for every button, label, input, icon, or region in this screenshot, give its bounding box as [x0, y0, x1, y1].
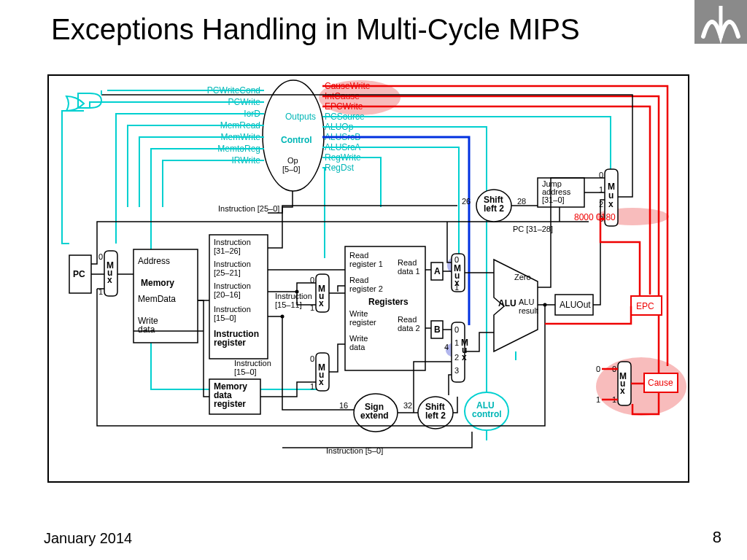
mux-srcb-x: x [462, 352, 467, 362]
w32: 32 [403, 401, 412, 410]
w16: 16 [339, 401, 348, 410]
ir25-1: [25–21] [214, 268, 241, 277]
ir-lab1: register [214, 338, 246, 348]
w26: 26 [462, 197, 471, 206]
reg-lab: Registers [368, 297, 409, 307]
reg-r2-0: Read [349, 276, 368, 284]
reg-r2-1: register 2 [349, 284, 383, 293]
alu-zero: Zero [514, 273, 531, 281]
A-label: A [434, 266, 441, 276]
ir25-0: Instruction [214, 260, 251, 268]
control-label: Control [281, 135, 312, 145]
aluctl1: control [472, 409, 502, 419]
mips-datapath-diagram: Outputs Control Op [5–0] PCWriteCond PCW… [47, 74, 689, 483]
ir15-0b: [15–0] [214, 314, 236, 322]
mux-m2r-0: 0 [310, 354, 314, 363]
ir15-11-0: Instruction [275, 292, 312, 300]
sl2b1: left 2 [484, 203, 504, 214]
svg-point-12 [281, 315, 285, 319]
svg-point-13 [295, 290, 299, 294]
exc-addr: 8000 0180 [574, 212, 616, 222]
reg-r1-1: register 1 [349, 260, 383, 268]
mux-pcs-2: 2 [599, 200, 603, 209]
mem-address: Address [138, 256, 170, 266]
reg-wr-1: register [349, 318, 376, 327]
mux-iord-0: 0 [98, 252, 103, 261]
mux-srcb-3: 3 [454, 366, 459, 375]
sig-regdst: RegDst [325, 163, 355, 173]
mux-m2r-1: 1 [310, 382, 314, 391]
ir31-0: Instruction [214, 238, 251, 246]
reg-d1-1: data 1 [398, 267, 420, 276]
control-op0: Op [287, 156, 298, 165]
mux-pcs-x: x [608, 199, 614, 209]
alu-lab: ALU [498, 298, 516, 308]
cause-in1: 1 [596, 395, 600, 404]
cause-in0: 0 [596, 365, 600, 373]
ir31-1: [31–26] [214, 246, 241, 255]
const-4: 4 [444, 343, 449, 351]
mux-regdst-x: x [319, 298, 324, 308]
reg-d1-0: Read [398, 258, 417, 267]
ir15-0c: Instruction [234, 359, 271, 368]
page-number: 8 [713, 528, 721, 547]
reg-d2-0: Read [398, 315, 417, 324]
reg-r1-0: Read [349, 251, 368, 260]
pc-label: PC [73, 269, 85, 279]
mux-pcs-1: 1 [599, 185, 603, 194]
w28: 28 [517, 197, 526, 206]
reg-wd-1: data [349, 343, 365, 351]
pc31-28: PC [31–28] [513, 225, 553, 233]
mem-wd1: data [138, 324, 155, 335]
reg-wd-0: Write [349, 334, 368, 343]
mux-m2r-x: x [319, 377, 324, 387]
mem-label: Memory [141, 278, 174, 288]
slide-title: Exceptions Handling in Multi-Cycle MIPS [51, 13, 580, 46]
alu-res0: ALU [519, 298, 534, 306]
ir20-0: Instruction [214, 281, 251, 290]
aluout: ALUOut [560, 300, 591, 310]
reg-wr-0: Write [349, 309, 368, 318]
cause-label: Cause [648, 378, 673, 388]
sl2a1: left 2 [425, 411, 446, 421]
mux-srcb-1: 1 [454, 338, 459, 347]
ir25-0-bus: Instruction [25–0] [218, 204, 279, 213]
control-op1: [5–0] [282, 165, 300, 174]
mux-srca-1: 1 [454, 283, 459, 292]
mux-cause-x: x [620, 386, 625, 396]
jump2: [31–0] [542, 195, 565, 204]
footer-date: January 2014 [44, 530, 132, 547]
epc-label: EPC [636, 301, 654, 311]
control-outputs: Outputs [285, 112, 316, 122]
sext1: extend [360, 411, 389, 421]
svg-point-21 [543, 303, 547, 307]
ir15-0d: [15–0] [234, 368, 257, 376]
institution-logo [694, 0, 747, 44]
mux-iord-x: x [107, 275, 112, 285]
mux-srcb-2: 2 [454, 353, 459, 362]
mdr2: register [214, 399, 246, 409]
ir20-1: [20–16] [214, 290, 241, 299]
reg-d2-1: data 2 [398, 324, 420, 332]
mem-memdata: MemData [138, 294, 176, 304]
alu-res1: result [519, 306, 538, 315]
B-label: B [434, 324, 441, 335]
mux-srcb-0: 0 [454, 325, 459, 334]
ir15-0a: Instruction [214, 305, 251, 314]
